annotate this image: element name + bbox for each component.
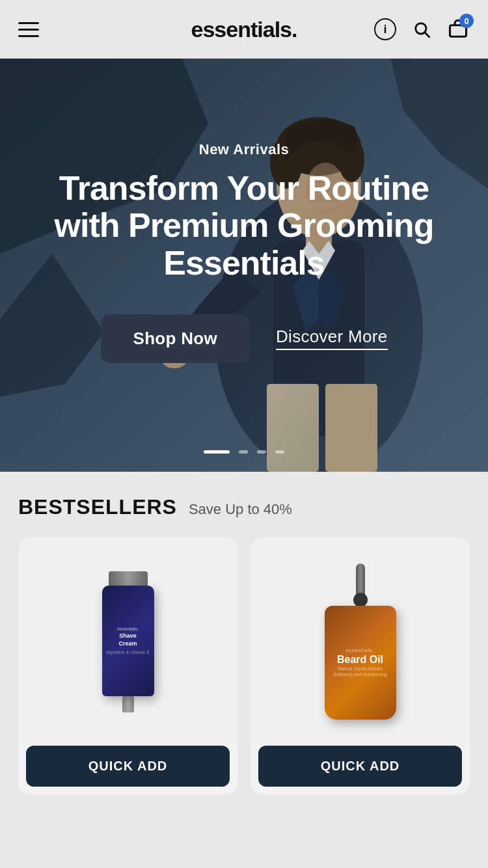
bestsellers-title: BESTSELLERS	[18, 495, 177, 519]
quick-add-beard-oil-button[interactable]: QUICK ADD	[258, 746, 462, 787]
shave-cream-image-area: essentials. ShaveCream Glyceline & Vitam…	[18, 537, 237, 746]
shave-cream-cap	[109, 571, 148, 586]
shop-now-button[interactable]: Shop Now	[101, 314, 251, 363]
beard-oil-brand: essentials.	[346, 648, 374, 653]
hero-buttons: Shop Now Discover More	[101, 314, 388, 363]
shave-cream-nozzle	[122, 696, 134, 712]
svg-line-1	[425, 33, 429, 36]
hero-section: New Arrivals Transform Your Routine with…	[0, 59, 488, 472]
beard-oil-body: essentials. Beard Oil Natural Jojoba Ext…	[325, 606, 396, 720]
hero-subtitle: New Arrivals	[199, 141, 289, 158]
search-icon[interactable]	[410, 18, 433, 41]
quick-add-shave-cream-button[interactable]: QUICK ADD	[26, 746, 230, 787]
header: essentials. i 0	[0, 0, 488, 59]
shave-cream-brand: essentials.	[117, 627, 139, 631]
cart-badge: 0	[459, 14, 474, 28]
beard-oil-dropper-stem	[356, 563, 365, 596]
bestsellers-subtitle: Save Up to 40%	[189, 501, 292, 518]
carousel-dot-1[interactable]	[204, 450, 230, 454]
hamburger-menu-icon[interactable]	[18, 22, 39, 37]
beard-oil-name: Beard Oil	[337, 654, 383, 666]
carousel-dots	[204, 450, 284, 454]
shave-cream-label: ShaveCream	[118, 632, 137, 647]
bestsellers-header: BESTSELLERS Save Up to 40%	[18, 495, 470, 519]
discover-more-button[interactable]: Discover More	[276, 327, 388, 350]
beard-oil-bottle: essentials. Beard Oil Natural Jojoba Ext…	[325, 563, 396, 720]
header-left	[18, 22, 39, 37]
shave-cream-tube: essentials. ShaveCream Glyceline & Vitam…	[102, 586, 154, 696]
product-card-shave-cream: essentials. ShaveCream Glyceline & Vitam…	[18, 537, 237, 794]
shave-cream-ingredients: Glyceline & Vitamin E	[106, 650, 150, 655]
carousel-dot-2[interactable]	[239, 450, 248, 454]
logo[interactable]: essentials.	[191, 17, 297, 42]
carousel-dot-4[interactable]	[275, 450, 284, 454]
bestsellers-section: BESTSELLERS Save Up to 40% essentials. S…	[0, 472, 488, 807]
beard-oil-image-area: essentials. Beard Oil Natural Jojoba Ext…	[251, 537, 470, 746]
beard-oil-description: Natural Jojoba Extract Softening and Moi…	[325, 666, 396, 677]
header-right: i 0	[373, 18, 470, 41]
beard-oil-dropper-bulb	[353, 593, 368, 607]
products-grid: essentials. ShaveCream Glyceline & Vitam…	[18, 537, 470, 794]
info-icon[interactable]: i	[373, 18, 397, 41]
hero-title: Transform Your Routine with Premium Groo…	[26, 170, 462, 282]
cart-wrapper[interactable]: 0	[446, 18, 470, 41]
carousel-dot-3[interactable]	[257, 450, 266, 454]
hero-content: New Arrivals Transform Your Routine with…	[0, 59, 488, 472]
product-card-beard-oil: essentials. Beard Oil Natural Jojoba Ext…	[251, 537, 470, 794]
